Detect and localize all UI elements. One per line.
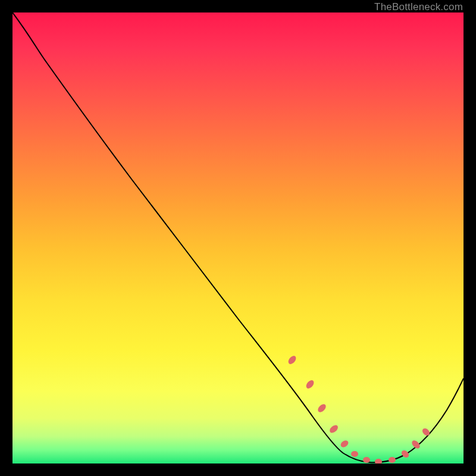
svg-point-6 <box>363 457 370 463</box>
svg-point-11 <box>421 427 431 437</box>
svg-point-0 <box>287 355 298 366</box>
svg-point-1 <box>305 379 315 390</box>
svg-point-2 <box>317 403 327 414</box>
svg-point-7 <box>375 459 382 464</box>
watermark-text: TheBottleneck.com <box>374 1 463 13</box>
svg-point-9 <box>400 449 411 459</box>
curve-overlay <box>12 12 464 464</box>
marker-dots <box>287 355 431 464</box>
svg-point-5 <box>351 451 358 457</box>
bottleneck-curve-line <box>12 12 464 462</box>
svg-point-10 <box>411 439 421 450</box>
svg-point-8 <box>389 457 396 463</box>
svg-point-4 <box>339 439 349 449</box>
svg-point-3 <box>328 424 340 434</box>
chart-area <box>12 12 464 464</box>
